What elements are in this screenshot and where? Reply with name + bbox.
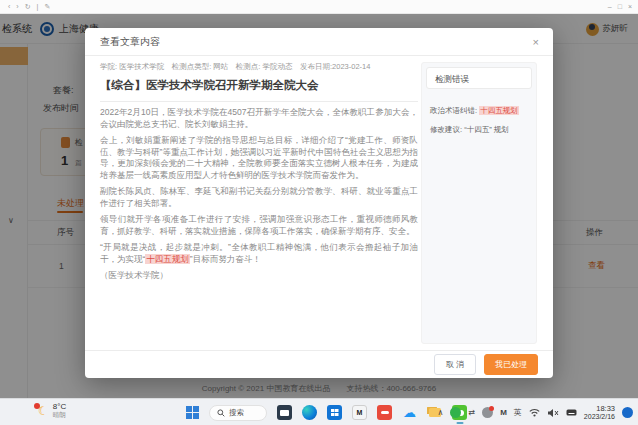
weather-widget[interactable]: ☾ 8°C 晴朗 — [38, 402, 66, 419]
detection-error-panel: 检测错误 政治术语纠错: 十四五规划 修改建议: “十四五” 规划 — [421, 62, 537, 344]
minimize-icon[interactable]: – — [608, 1, 612, 13]
window-controls: – □ × — [608, 1, 632, 13]
article-paragraph: 领导们就开学各项准备工作进行了安排，强调加强意识形态工作，重视师德师风教育，抓好… — [100, 214, 418, 237]
maximize-icon[interactable]: □ — [618, 1, 622, 13]
tray-sync-icon[interactable]: ⇄ — [468, 408, 475, 417]
article-paragraph: “开局就是决战，起步就是冲刺。”全体教职工精神饱满，他们表示会撸起袖子加油干，为… — [100, 242, 418, 265]
media-app-icon[interactable]: M — [352, 405, 367, 420]
article-title: 【综合】医学技术学院召开新学期全院大会 — [100, 78, 418, 102]
ms-store-icon[interactable] — [327, 405, 342, 420]
tray-expand-icon[interactable]: ∧ — [438, 408, 444, 417]
article-paragraph: 会上，刘敏娟重新阐述了学院的指导思想与总目标，详细介绍了“党建工作、师资队伍、教… — [100, 135, 418, 181]
cancel-button[interactable]: 取 消 — [434, 354, 476, 375]
clock[interactable]: 18:33 2023/2/16 — [584, 404, 615, 421]
paragraph-text: ”目标而努力奋斗！ — [190, 254, 261, 264]
error-term: 十四五规划 — [479, 106, 519, 115]
tray-date: 2023/2/16 — [584, 413, 615, 421]
start-button[interactable] — [186, 406, 199, 419]
volume-muted-icon[interactable] — [547, 408, 559, 418]
tray-red-badge — [489, 406, 494, 411]
error-panel-title: 检测错误 — [426, 67, 532, 89]
back-icon[interactable]: ‹ — [8, 1, 10, 13]
taskbar: ☾ 8°C 晴朗 搜索 M ☁ ∧ ⇄ M — [0, 398, 638, 425]
article-signature: （医学技术学院） — [100, 270, 418, 282]
close-window-icon[interactable]: × — [628, 1, 632, 13]
taskbar-search[interactable]: 搜索 — [209, 405, 267, 421]
file-explorer-icon[interactable] — [277, 405, 292, 420]
edge-browser-icon[interactable] — [302, 405, 317, 420]
close-icon[interactable]: × — [533, 28, 539, 56]
tray-green-app-icon[interactable] — [450, 407, 461, 418]
toolbar-divider: | — [37, 1, 39, 13]
tray-notify-app-icon[interactable] — [482, 407, 493, 418]
browser-toolbar: ‹ › ↻ | ✎ – □ × — [0, 0, 638, 14]
article-content: 学院: 医学技术学院 检测点类型: 网站 检测点: 学院动态 发布日期:2023… — [100, 62, 418, 282]
article-meta: 学院: 医学技术学院 检测点类型: 网站 检测点: 学院动态 发布日期:2023… — [100, 62, 418, 72]
browser-nav-group: ‹ › ↻ | ✎ — [8, 1, 50, 13]
annotate-icon[interactable]: ✎ — [44, 1, 50, 13]
weather-alert-badge — [34, 403, 40, 409]
view-article-dialog: 查看文章内容 × 学院: 医学技术学院 检测点类型: 网站 检测点: 学院动态 … — [85, 28, 553, 378]
handled-button[interactable]: 我已处理 — [484, 354, 538, 375]
dialog-footer: 取 消 我已处理 — [85, 350, 553, 378]
error-suggestion: 修改建议: “十四五” 规划 — [430, 120, 528, 139]
article-paragraph: 2022年2月10日，医学技术学院在4507召开新学年全院大会，全体教职工参加大… — [100, 107, 418, 130]
tray-time: 18:33 — [584, 404, 615, 413]
weather-temp: 8°C — [53, 402, 66, 411]
system-tray: ∧ ⇄ M 英 18:33 2023/2/16 — [438, 399, 633, 425]
search-icon — [217, 409, 225, 417]
red-app-icon[interactable] — [377, 405, 392, 420]
tray-media-icon[interactable]: M — [500, 408, 507, 417]
article-paragraph: 副院长陈凤贞、陈林军、李延飞和副书记关磊分别就分管教学、科研、就业等重点工作进行… — [100, 186, 418, 209]
refresh-icon[interactable]: ↻ — [25, 1, 31, 13]
clear-night-icon: ☾ — [38, 405, 49, 417]
forward-icon[interactable]: › — [16, 1, 18, 13]
search-label: 搜索 — [229, 408, 244, 418]
dialog-title: 查看文章内容 — [100, 28, 160, 56]
weather-desc: 晴朗 — [53, 411, 66, 419]
dialog-header: 查看文章内容 × — [85, 28, 553, 56]
pen-input-icon[interactable] — [566, 408, 577, 417]
flagged-term: 十四五规划 — [145, 254, 190, 264]
notification-badge[interactable] — [622, 407, 633, 418]
error-panel-body: 政治术语纠错: 十四五规划 修改建议: “十四五” 规划 — [422, 93, 536, 139]
wifi-icon[interactable] — [529, 408, 540, 417]
cloud-drive-icon[interactable]: ☁ — [402, 405, 417, 420]
taskbar-center: 搜索 M ☁ — [186, 399, 467, 425]
input-language-indicator[interactable]: 英 — [514, 407, 522, 418]
error-type-label: 政治术语纠错: — [430, 106, 479, 115]
